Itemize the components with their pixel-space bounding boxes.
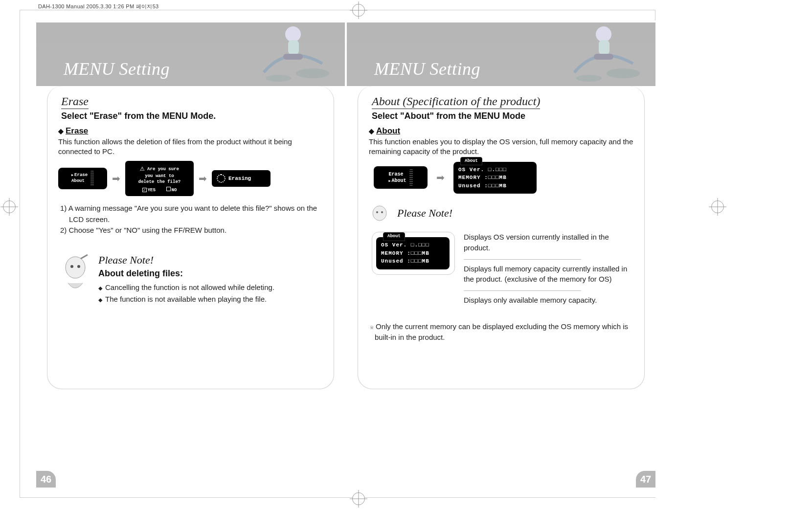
detail-screen-wrap: About OS Ver. □.□□□ MEMORY :□□□MB Unused… [372, 232, 455, 275]
svg-point-1 [266, 75, 291, 82]
arrow-right-icon: ➡ [110, 173, 122, 184]
crop-header: DAH-1300 Manual 2005.3.30 1:26 PM 페이지53 [38, 3, 159, 10]
device-screen-erasing: Erasing [212, 170, 271, 187]
band-title: MENU Setting [64, 59, 170, 79]
callout-item: Displays only available memory capacity. [464, 295, 633, 306]
note-title: Please Note! [397, 207, 452, 220]
callout-item: Displays full memory capacity currently … [464, 264, 633, 285]
about-tab: About [460, 157, 482, 166]
note-subtitle: About deleting files: [98, 268, 274, 279]
footnote: ※Only the current memory can be displaye… [369, 321, 633, 343]
sub-heading: ◆Erase [58, 126, 323, 136]
step-item: 2) Choose "Yes" or "NO" using the FF/REW… [58, 225, 323, 236]
crop-guide [20, 10, 655, 10]
svg-point-2 [285, 26, 301, 42]
content-box: About (Specification of the product) Sel… [358, 86, 645, 389]
page-number: 46 [36, 471, 56, 488]
band-title: MENU Setting [374, 59, 480, 79]
crop-guide [20, 497, 655, 498]
body-text: This function allows the deletion of fil… [58, 137, 323, 157]
callout-rule [464, 290, 581, 291]
content-box: Erase Select "Erase" from the MENU Mode.… [47, 86, 334, 389]
warning-triangle-icon: ⚠ [140, 164, 145, 174]
svg-point-7 [77, 265, 80, 268]
svg-rect-4 [283, 54, 303, 60]
sub-heading: ◆About [369, 126, 633, 136]
page-spread: MENU Setting Erase Select "Erase" from t… [36, 22, 655, 486]
about-detail: About OS Ver. □.□□□ MEMORY :□□□MB Unused… [372, 232, 633, 311]
about-tab: About [383, 232, 405, 241]
diamond-bullet-icon: ◆ [98, 285, 102, 291]
svg-point-6 [70, 265, 73, 268]
note-character-icon [58, 254, 92, 298]
note-bullet: ◆The function is not available when play… [98, 293, 274, 305]
callout-rule [464, 259, 581, 260]
svg-rect-3 [288, 40, 299, 55]
about-flow: Erase About ➡ About OS Ver. □.□□□ MEMORY… [374, 162, 633, 194]
svg-point-9 [576, 75, 602, 82]
svg-point-14 [376, 211, 378, 213]
step-item: 1) A warning message "Are you sure you w… [58, 203, 323, 225]
header-band: MENU Setting [347, 22, 655, 86]
device-screen-warning: ⚠ Are you sure you want to delete the fi… [125, 161, 194, 197]
register-mark-icon [352, 4, 365, 17]
register-mark-icon [3, 200, 16, 213]
device-screen-menu: Erase About [374, 166, 428, 189]
diamond-bullet-icon: ◆ [369, 127, 374, 135]
gear-icon [217, 174, 226, 183]
crop-guide [655, 10, 655, 21]
svg-point-8 [607, 68, 640, 78]
body-text: This function enables you to display the… [369, 137, 633, 157]
note-bullet: ◆Cancelling the function is not allowed … [98, 282, 274, 293]
device-screen-about-detail: About OS Ver. □.□□□ MEMORY :□□□MB Unused… [376, 237, 450, 269]
device-screen-about: About OS Ver. □.□□□ MEMORY :□□□MB Unused… [453, 162, 537, 194]
reference-mark-icon: ※ [370, 325, 374, 330]
checkbox-no-icon [166, 187, 171, 191]
crop-guide [20, 10, 20, 498]
section-title: Erase [61, 95, 89, 109]
page-number: 47 [636, 471, 655, 488]
register-mark-icon [711, 200, 724, 213]
svg-point-13 [373, 206, 386, 221]
svg-point-5 [66, 257, 85, 278]
callout-item: Displays OS version currently installed … [464, 232, 633, 253]
svg-rect-11 [599, 40, 609, 55]
detail-callouts: Displays OS version currently installed … [464, 232, 633, 311]
header-band: MENU Setting [36, 22, 345, 86]
note-block: Please Note! About deleting files: ◆Canc… [58, 254, 323, 305]
note-heading: Please Note! [369, 203, 633, 225]
checkbox-yes-icon: ✓ [142, 188, 147, 192]
section-title: About (Specification of the product) [372, 95, 540, 109]
svg-point-10 [596, 26, 611, 42]
arrow-right-icon: ➡ [197, 173, 209, 184]
svg-point-15 [381, 211, 383, 213]
page-left: MENU Setting Erase Select "Erase" from t… [36, 22, 345, 486]
note-title: Please Note! [98, 254, 274, 266]
page-right: MENU Setting About (Specification of the… [347, 22, 655, 486]
device-screen-menu: Erase About [58, 168, 107, 189]
svg-rect-12 [594, 54, 613, 60]
note-character-icon [369, 203, 392, 225]
svg-point-0 [296, 68, 329, 78]
diamond-bullet-icon: ◆ [98, 297, 102, 303]
erase-flow: Erase About ➡ ⚠ Are you sure you want to… [58, 161, 323, 197]
skater-illustration-icon [249, 15, 332, 88]
diamond-bullet-icon: ◆ [58, 127, 64, 135]
steps-list: 1) A warning message "Are you sure you w… [58, 203, 323, 236]
arrow-right-icon: ➡ [434, 172, 447, 183]
skater-illustration-icon [560, 15, 643, 88]
register-mark-icon [352, 492, 365, 505]
section-select: Select "About" from the MENU Mode [372, 111, 633, 121]
section-select: Select "Erase" from the MENU Mode. [61, 111, 323, 121]
